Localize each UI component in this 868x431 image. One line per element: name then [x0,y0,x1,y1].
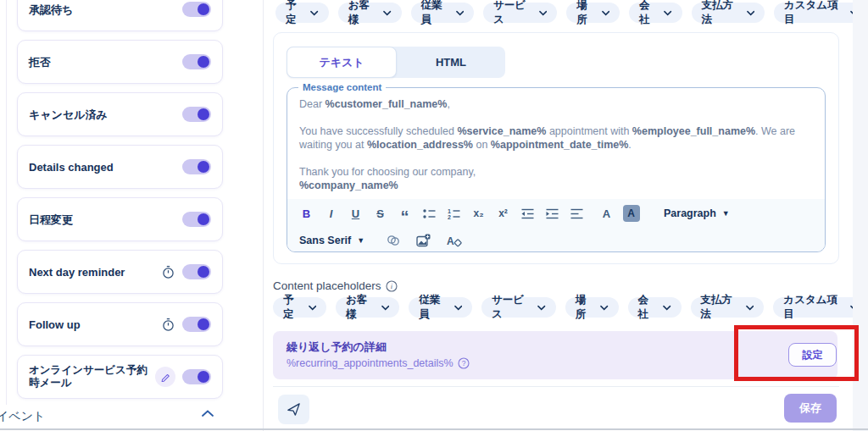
caret-down-icon: ▼ [357,236,364,245]
svg-text:2: 2 [448,214,451,220]
chevron-down-icon [454,305,462,311]
sidebar-item-cancelled[interactable]: キャンセル済み [17,92,223,136]
chip-company[interactable]: 会社 [629,3,682,23]
italic-button[interactable]: I [319,202,343,224]
sidebar-item-schedule-changed[interactable]: 日程変更 [17,197,223,241]
chevron-up-icon [202,410,214,417]
chip-appointment[interactable]: 予定 [273,297,326,318]
bold-button[interactable]: B [294,202,319,224]
message-content-editor[interactable]: Dear %customer_full_name%, You have succ… [287,88,825,192]
sidebar-item-label: キャンセル済み [29,108,175,121]
help-icon[interactable]: ? [458,357,470,369]
highlight-button[interactable]: A [619,202,643,224]
chip-customer[interactable]: お客様 [338,3,402,23]
chip-appointment[interactable]: 予定 [275,3,329,23]
insert-image-icon[interactable] [416,229,431,251]
chip-employee[interactable]: 従業員 [409,297,472,318]
send-test-button[interactable] [278,395,309,424]
sidebar-item-online-service-booking-email[interactable]: オンラインサービス予約時メール [17,355,223,399]
placeholder-chip-row-bottom: 予定 お客様 従業員 サービス 場所 会社 支払方法 カスタム項目 [273,297,868,318]
chevron-down-icon [383,10,391,16]
chevron-down-icon [663,305,670,311]
chevron-down-icon [539,10,547,16]
blockquote-icon[interactable]: “ [392,202,417,224]
settings-button[interactable]: 設定 [788,343,837,367]
cancelled-toggle[interactable] [182,107,211,122]
svg-text:1: 1 [448,207,451,213]
content-placeholders-heading: Content placeholders i [273,279,398,292]
sidebar-item-rejected[interactable]: 拒否 [17,40,223,84]
chip-service[interactable]: サービス [481,297,556,318]
chevron-down-icon [664,10,671,16]
paragraph-style-dropdown[interactable]: Paragraph ▼ [664,207,730,219]
rejected-toggle[interactable] [182,54,211,69]
sidebar-main-divider [263,0,264,431]
chip-customer[interactable]: お客様 [336,297,399,318]
caret-down-icon: ▼ [722,209,730,218]
chevron-down-icon [537,305,545,311]
rich-text-toolbar: B I U S “ 1 2 x₂ x² [287,199,825,251]
chip-location[interactable]: 場所 [565,297,619,318]
sidebar-item-follow-up[interactable]: Follow up [17,302,223,346]
scroll-gutter [853,0,868,431]
timer-icon [161,318,175,332]
strikethrough-button[interactable]: S [368,202,392,224]
toolbar-row-1: B I U S “ 1 2 x₂ x² [294,202,818,225]
chevron-down-icon [456,10,464,16]
schedule-changed-toggle[interactable] [182,212,211,227]
next-day-reminder-toggle[interactable] [182,264,211,279]
chevron-down-icon [747,10,754,16]
chip-location[interactable]: 場所 [566,3,620,23]
sidebar-item-label: オンラインサービス予約時メール [29,364,148,390]
pending-approval-toggle[interactable] [182,2,211,17]
follow-up-toggle[interactable] [182,317,211,332]
pencil-icon [155,367,175,387]
bullet-list-icon[interactable] [417,202,442,224]
font-family-dropdown[interactable]: Sans Serif ▼ [299,235,364,246]
events-section-header[interactable]: イベント [0,405,254,428]
underline-button[interactable]: U [343,202,368,224]
indent-icon[interactable] [540,202,565,224]
font-color-button[interactable]: A [594,202,619,224]
sidebar-item-pending-approval[interactable]: 承認待ち [17,0,223,31]
chevron-down-icon [381,305,389,311]
message-content-field: Message content Dear %customer_full_name… [287,87,826,252]
tab-text[interactable]: テキスト [287,47,397,78]
chevron-down-icon [600,305,608,311]
details-changed-toggle[interactable] [182,159,211,174]
chip-employee[interactable]: 従業員 [411,3,475,23]
sidebar-item-label: 拒否 [29,56,175,69]
sidebar-item-label: 承認待ち [29,3,175,16]
events-section-label: イベント [0,409,45,424]
recurring-appointments-title: 繰り返し予約の詳細 [287,340,824,355]
sidebar-item-label: Follow up [29,318,154,331]
placeholder-chip-row-top: 予定 お客様 従業員 サービス 場所 会社 支払方法 カスタム項目 [275,3,868,23]
footer-divider [273,386,839,387]
superscript-button[interactable]: x² [491,202,515,224]
editor-mode-tabs: テキスト HTML [287,47,505,78]
chip-company[interactable]: 会社 [628,297,682,318]
sidebar-item-next-day-reminder[interactable]: Next day reminder [17,250,223,294]
save-button[interactable]: 保存 [784,394,837,423]
sidebar-item-label: Next day reminder [29,266,154,279]
clear-formatting-icon[interactable]: A [447,229,462,251]
info-icon[interactable]: i [386,280,398,292]
online-service-booking-email-toggle[interactable] [182,369,211,384]
sidebar-item-details-changed[interactable]: Details changed [17,145,223,189]
outdent-icon[interactable] [515,202,540,224]
chip-payment-method[interactable]: 支払方法 [691,297,765,318]
svg-text:?: ? [461,359,465,367]
chip-service[interactable]: サービス [483,3,557,23]
align-left-icon[interactable] [565,202,589,224]
paper-plane-icon [286,401,302,417]
sidebar-border [6,0,7,405]
chevron-down-icon [310,10,318,16]
tab-html[interactable]: HTML [397,47,505,78]
subscript-button[interactable]: x₂ [466,202,491,224]
toolbar-row-2: Sans Serif ▼ [294,229,818,252]
numbered-list-icon[interactable]: 1 2 [442,202,466,224]
message-content-label: Message content [298,82,386,92]
chip-payment-method[interactable]: 支払方法 [692,3,765,23]
link-icon[interactable] [387,229,400,251]
svg-text:i: i [390,282,392,290]
